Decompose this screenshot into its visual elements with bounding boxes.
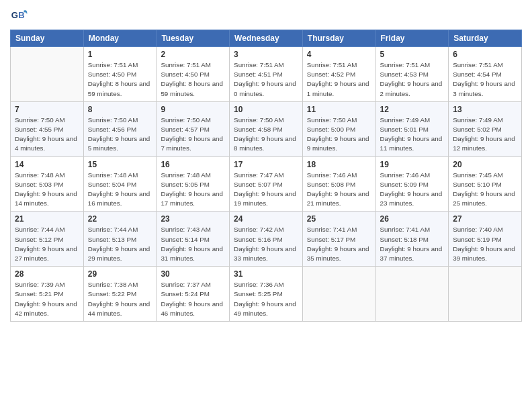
- day-number: 18: [307, 160, 371, 169]
- day-number: 24: [234, 214, 298, 224]
- day-detail: Sunrise: 7:50 AMSunset: 4:56 PMDaylight:…: [88, 116, 152, 154]
- calendar-cell: 22Sunrise: 7:44 AMSunset: 5:13 PMDayligh…: [83, 212, 157, 267]
- logo-icon: G B: [10, 7, 29, 26]
- calendar-cell: 20Sunrise: 7:45 AMSunset: 5:10 PMDayligh…: [449, 156, 522, 212]
- day-detail: Sunrise: 7:51 AMSunset: 4:54 PMDaylight:…: [453, 60, 517, 99]
- day-number: 3: [234, 50, 298, 59]
- calendar-cell: 12Sunrise: 7:49 AMSunset: 5:01 PMDayligh…: [375, 101, 449, 156]
- svg-text:G: G: [11, 10, 18, 20]
- calendar-cell: 21Sunrise: 7:44 AMSunset: 5:12 PMDayligh…: [11, 212, 84, 267]
- calendar-table: SundayMondayTuesdayWednesdayThursdayFrid…: [10, 30, 522, 322]
- calendar-cell: 28Sunrise: 7:39 AMSunset: 5:21 PMDayligh…: [11, 267, 84, 322]
- day-number: 23: [161, 214, 225, 224]
- day-number: 10: [234, 105, 298, 114]
- calendar-cell: 10Sunrise: 7:50 AMSunset: 4:58 PMDayligh…: [230, 101, 303, 156]
- calendar-week-row: 21Sunrise: 7:44 AMSunset: 5:12 PMDayligh…: [11, 212, 522, 267]
- day-number: 30: [161, 269, 225, 279]
- day-detail: Sunrise: 7:49 AMSunset: 5:01 PMDaylight:…: [380, 116, 445, 154]
- day-detail: Sunrise: 7:51 AMSunset: 4:53 PMDaylight:…: [380, 60, 445, 99]
- day-number: 27: [453, 214, 517, 224]
- calendar-cell: 27Sunrise: 7:40 AMSunset: 5:19 PMDayligh…: [449, 212, 522, 267]
- day-number: 9: [161, 105, 225, 114]
- day-number: 17: [234, 160, 298, 169]
- calendar-cell: 30Sunrise: 7:37 AMSunset: 5:24 PMDayligh…: [157, 267, 230, 322]
- page-header: G B: [10, 7, 522, 26]
- calendar-cell: 5Sunrise: 7:51 AMSunset: 4:53 PMDaylight…: [375, 47, 449, 102]
- day-number: 29: [88, 269, 152, 279]
- calendar-cell: 6Sunrise: 7:51 AMSunset: 4:54 PMDaylight…: [449, 47, 522, 102]
- day-number: 25: [307, 214, 371, 224]
- calendar-week-row: 28Sunrise: 7:39 AMSunset: 5:21 PMDayligh…: [11, 267, 522, 322]
- calendar-cell: 18Sunrise: 7:46 AMSunset: 5:08 PMDayligh…: [302, 156, 375, 212]
- day-detail: Sunrise: 7:50 AMSunset: 4:57 PMDaylight:…: [161, 116, 225, 154]
- calendar-cell: 29Sunrise: 7:38 AMSunset: 5:22 PMDayligh…: [83, 267, 157, 322]
- day-detail: Sunrise: 7:40 AMSunset: 5:19 PMDaylight:…: [453, 225, 517, 263]
- day-detail: Sunrise: 7:50 AMSunset: 4:55 PMDaylight:…: [15, 116, 79, 154]
- day-number: 28: [15, 269, 79, 279]
- day-detail: Sunrise: 7:50 AMSunset: 5:00 PMDaylight:…: [307, 116, 371, 154]
- calendar-cell: 11Sunrise: 7:50 AMSunset: 5:00 PMDayligh…: [302, 101, 375, 156]
- day-number: 31: [234, 269, 298, 279]
- day-number: 1: [88, 50, 152, 59]
- day-detail: Sunrise: 7:46 AMSunset: 5:08 PMDaylight:…: [307, 171, 371, 209]
- day-number: 8: [88, 105, 152, 114]
- calendar-cell: 4Sunrise: 7:51 AMSunset: 4:52 PMDaylight…: [302, 47, 375, 102]
- calendar-cell: 16Sunrise: 7:48 AMSunset: 5:05 PMDayligh…: [157, 156, 230, 212]
- calendar-cell: 26Sunrise: 7:41 AMSunset: 5:18 PMDayligh…: [375, 212, 449, 267]
- calendar-week-row: 1Sunrise: 7:51 AMSunset: 4:50 PMDaylight…: [11, 47, 522, 102]
- calendar-header-row: SundayMondayTuesdayWednesdayThursdayFrid…: [11, 30, 522, 47]
- day-number: 19: [380, 160, 445, 169]
- day-detail: Sunrise: 7:41 AMSunset: 5:18 PMDaylight:…: [380, 225, 445, 263]
- weekday-header: Tuesday: [157, 30, 230, 47]
- day-detail: Sunrise: 7:36 AMSunset: 5:25 PMDaylight:…: [234, 280, 298, 318]
- calendar-cell: 2Sunrise: 7:51 AMSunset: 4:50 PMDaylight…: [157, 47, 230, 102]
- calendar-week-row: 14Sunrise: 7:48 AMSunset: 5:03 PMDayligh…: [11, 156, 522, 212]
- day-number: 21: [15, 214, 79, 224]
- calendar-cell: 9Sunrise: 7:50 AMSunset: 4:57 PMDaylight…: [157, 101, 230, 156]
- day-detail: Sunrise: 7:48 AMSunset: 5:03 PMDaylight:…: [15, 171, 79, 209]
- day-detail: Sunrise: 7:44 AMSunset: 5:12 PMDaylight:…: [15, 225, 79, 263]
- weekday-header: Saturday: [449, 30, 522, 47]
- calendar-cell: 3Sunrise: 7:51 AMSunset: 4:51 PMDaylight…: [230, 47, 303, 102]
- day-number: 26: [380, 214, 445, 224]
- day-number: 15: [88, 160, 152, 169]
- day-detail: Sunrise: 7:44 AMSunset: 5:13 PMDaylight:…: [88, 225, 152, 263]
- day-detail: Sunrise: 7:51 AMSunset: 4:50 PMDaylight:…: [161, 60, 225, 99]
- day-number: 7: [15, 105, 79, 114]
- day-number: 13: [453, 105, 517, 114]
- day-detail: Sunrise: 7:47 AMSunset: 5:07 PMDaylight:…: [234, 171, 298, 209]
- calendar-cell: [375, 267, 449, 322]
- calendar-cell: 7Sunrise: 7:50 AMSunset: 4:55 PMDaylight…: [11, 101, 84, 156]
- calendar-cell: 17Sunrise: 7:47 AMSunset: 5:07 PMDayligh…: [230, 156, 303, 212]
- day-number: 16: [161, 160, 225, 169]
- day-detail: Sunrise: 7:43 AMSunset: 5:14 PMDaylight:…: [161, 225, 225, 263]
- day-detail: Sunrise: 7:48 AMSunset: 5:05 PMDaylight:…: [161, 171, 225, 209]
- day-number: 22: [88, 214, 152, 224]
- weekday-header: Monday: [83, 30, 157, 47]
- day-detail: Sunrise: 7:37 AMSunset: 5:24 PMDaylight:…: [161, 280, 225, 318]
- day-detail: Sunrise: 7:48 AMSunset: 5:04 PMDaylight:…: [88, 171, 152, 209]
- weekday-header: Wednesday: [230, 30, 303, 47]
- day-detail: Sunrise: 7:51 AMSunset: 4:50 PMDaylight:…: [88, 60, 152, 99]
- weekday-header: Sunday: [11, 30, 84, 47]
- day-detail: Sunrise: 7:50 AMSunset: 4:58 PMDaylight:…: [234, 116, 298, 154]
- day-detail: Sunrise: 7:42 AMSunset: 5:16 PMDaylight:…: [234, 225, 298, 263]
- day-detail: Sunrise: 7:38 AMSunset: 5:22 PMDaylight:…: [88, 280, 152, 318]
- calendar-cell: 8Sunrise: 7:50 AMSunset: 4:56 PMDaylight…: [83, 101, 157, 156]
- day-detail: Sunrise: 7:41 AMSunset: 5:17 PMDaylight:…: [307, 225, 371, 263]
- day-detail: Sunrise: 7:39 AMSunset: 5:21 PMDaylight:…: [15, 280, 79, 318]
- day-number: 4: [307, 50, 371, 59]
- day-detail: Sunrise: 7:51 AMSunset: 4:51 PMDaylight:…: [234, 60, 298, 99]
- calendar-cell: 14Sunrise: 7:48 AMSunset: 5:03 PMDayligh…: [11, 156, 84, 212]
- day-detail: Sunrise: 7:46 AMSunset: 5:09 PMDaylight:…: [380, 171, 445, 209]
- calendar-cell: [11, 47, 84, 102]
- calendar-cell: 19Sunrise: 7:46 AMSunset: 5:09 PMDayligh…: [375, 156, 449, 212]
- day-detail: Sunrise: 7:49 AMSunset: 5:02 PMDaylight:…: [453, 116, 517, 154]
- calendar-cell: 1Sunrise: 7:51 AMSunset: 4:50 PMDaylight…: [83, 47, 157, 102]
- svg-text:B: B: [18, 10, 24, 20]
- day-detail: Sunrise: 7:45 AMSunset: 5:10 PMDaylight:…: [453, 171, 517, 209]
- calendar-cell: 23Sunrise: 7:43 AMSunset: 5:14 PMDayligh…: [157, 212, 230, 267]
- calendar-cell: [302, 267, 375, 322]
- day-number: 12: [380, 105, 445, 114]
- calendar-week-row: 7Sunrise: 7:50 AMSunset: 4:55 PMDaylight…: [11, 101, 522, 156]
